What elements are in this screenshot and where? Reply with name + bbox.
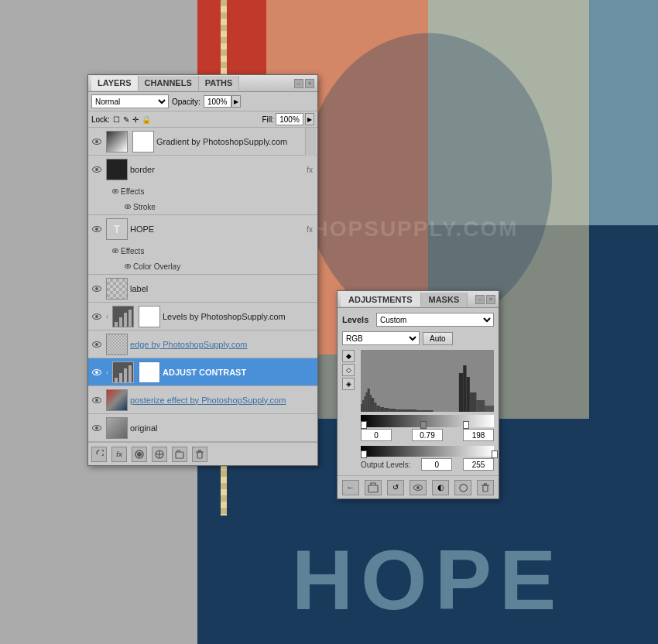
eye-stroke[interactable] bbox=[122, 200, 133, 214]
layer-row-original[interactable]: original bbox=[88, 414, 317, 442]
layer-fx-border: fx bbox=[307, 166, 313, 174]
layer-row-levels[interactable]: ↓ Levels by PhotoshopSupply.com bbox=[88, 303, 317, 331]
layer-row-gradient[interactable]: Gradient by PhotoshopSupply.com bbox=[88, 128, 317, 156]
link-layers-btn[interactable] bbox=[91, 447, 107, 462]
channel-select[interactable]: RGB Red Green Blue bbox=[342, 331, 420, 345]
svg-rect-14 bbox=[197, 452, 202, 458]
opacity-arrow-btn[interactable]: ▶ bbox=[231, 95, 241, 108]
tab-masks[interactable]: MASKS bbox=[421, 293, 468, 307]
layer-row-posterize[interactable]: posterize effect by PhotoshopSupply.com bbox=[88, 386, 317, 414]
layer-name-label: label bbox=[130, 284, 316, 293]
adj-prev-state-btn[interactable]: ◐ bbox=[432, 480, 449, 495]
svg-rect-37 bbox=[368, 485, 378, 492]
svg-rect-36 bbox=[485, 406, 494, 412]
svg-rect-35 bbox=[476, 400, 485, 412]
eye-original[interactable] bbox=[90, 421, 104, 435]
panel-title-buttons: – × bbox=[294, 79, 314, 88]
thumb-posterize bbox=[106, 389, 128, 411]
layer-row-hope[interactable]: T HOPE fx Effects Color Overlay bbox=[88, 215, 317, 275]
layer-row-edge[interactable]: edge by PhotoshopSupply.com bbox=[88, 331, 317, 358]
fx-btn[interactable]: fx bbox=[111, 447, 127, 462]
blend-mode-select[interactable]: Normal Multiply Screen bbox=[91, 94, 169, 108]
histogram-area: ◆ ◇ ◈ bbox=[342, 350, 494, 471]
adj-collapse-btn[interactable]: – bbox=[475, 295, 485, 304]
fill-arrow-btn[interactable]: ▶ bbox=[305, 113, 314, 125]
white-level-input[interactable]: 198 bbox=[463, 429, 494, 441]
layer-name-hope: HOPE bbox=[130, 224, 307, 234]
add-mask-btn[interactable] bbox=[132, 447, 147, 462]
adj-close-btn[interactable]: × bbox=[486, 295, 495, 304]
eye-gradient[interactable] bbox=[90, 135, 104, 149]
svg-point-11 bbox=[137, 452, 142, 457]
eye-posterize[interactable] bbox=[90, 393, 104, 407]
panel-tabs: LAYERS CHANNELS PATHS bbox=[91, 76, 239, 91]
svg-rect-13 bbox=[176, 452, 183, 458]
layer-row-adjust-contrast[interactable]: ↓ ADJUST CONTRAST bbox=[88, 358, 317, 386]
white-handle[interactable] bbox=[463, 421, 469, 429]
adj-delete-btn[interactable] bbox=[477, 480, 494, 495]
opacity-input[interactable] bbox=[204, 95, 231, 108]
gray-point-eyedropper[interactable]: ◇ bbox=[342, 364, 355, 376]
output-white-input[interactable]: 255 bbox=[463, 458, 494, 471]
lock-icon[interactable]: ☐ bbox=[113, 115, 120, 124]
histogram-wrapper: 0 0.79 198 Output Levels: 0 255 bbox=[361, 350, 494, 471]
adj-panel-bottom-toolbar: ← ↺ ◐ ◯ bbox=[338, 475, 499, 498]
svg-rect-38 bbox=[483, 485, 488, 492]
eye-label[interactable] bbox=[90, 282, 104, 296]
eye-adjust-contrast[interactable] bbox=[90, 365, 104, 379]
eye-effects-hope[interactable] bbox=[110, 244, 121, 258]
adj-reset-btn[interactable]: ↺ bbox=[387, 480, 404, 495]
mid-level-input[interactable]: 0.79 bbox=[412, 429, 443, 441]
layer-sub-effects-border: Effects bbox=[88, 183, 317, 199]
new-group-btn[interactable] bbox=[172, 447, 187, 462]
adj-panel-titlebar: ADJUSTMENTS MASKS – × bbox=[338, 291, 499, 308]
panel-close-btn[interactable]: × bbox=[305, 79, 314, 88]
adj-mask-btn[interactable]: ◯ bbox=[454, 480, 471, 495]
output-black-input[interactable]: 0 bbox=[421, 458, 452, 471]
tab-layers[interactable]: LAYERS bbox=[91, 76, 139, 91]
eye-border[interactable] bbox=[90, 163, 104, 176]
adj-tabs: ADJUSTMENTS MASKS bbox=[341, 293, 468, 307]
fill-label: Fill: bbox=[262, 115, 274, 124]
levels-label: Levels bbox=[342, 315, 373, 324]
black-handle[interactable] bbox=[361, 421, 367, 429]
layer-name-border: border bbox=[130, 165, 307, 174]
levels-preset-select[interactable]: Custom Default bbox=[376, 313, 494, 327]
output-black-handle[interactable] bbox=[361, 450, 367, 458]
eye-levels[interactable] bbox=[90, 310, 104, 324]
tab-adjustments[interactable]: ADJUSTMENTS bbox=[341, 293, 421, 307]
layer-row-border[interactable]: border fx Effects Stroke bbox=[88, 156, 317, 215]
svg-rect-32 bbox=[463, 365, 466, 412]
eye-edge[interactable] bbox=[90, 337, 104, 351]
tab-paths[interactable]: PATHS bbox=[199, 76, 240, 91]
output-white-handle[interactable] bbox=[492, 450, 498, 458]
layer-row-label[interactable]: label bbox=[88, 275, 317, 303]
auto-btn[interactable]: Auto bbox=[423, 332, 453, 345]
brush-icon[interactable]: ✎ bbox=[123, 115, 129, 124]
eye-hope[interactable] bbox=[90, 222, 104, 236]
eye-effects-border[interactable] bbox=[110, 184, 121, 198]
adj-visibility-btn[interactable] bbox=[410, 480, 427, 495]
fill-input[interactable] bbox=[276, 113, 303, 125]
svg-rect-30 bbox=[416, 410, 434, 412]
padlock-icon[interactable]: 🔒 bbox=[142, 115, 151, 124]
mid-handle[interactable] bbox=[420, 421, 427, 429]
black-point-eyedropper[interactable]: ◆ bbox=[342, 350, 355, 362]
black-level-input[interactable]: 0 bbox=[361, 429, 392, 441]
output-slider-bar[interactable] bbox=[361, 446, 494, 457]
layer-name-levels: Levels by PhotoshopSupply.com bbox=[163, 312, 316, 321]
input-slider-bar[interactable] bbox=[361, 415, 494, 427]
thumb-border bbox=[106, 159, 128, 180]
svg-rect-9 bbox=[129, 365, 132, 382]
move-icon[interactable]: ✛ bbox=[132, 115, 139, 124]
layer-scroll[interactable] bbox=[305, 128, 316, 156]
tab-channels[interactable]: CHANNELS bbox=[139, 76, 199, 91]
adj-image-btn[interactable] bbox=[365, 480, 382, 495]
eye-color-overlay[interactable] bbox=[122, 259, 133, 273]
adj-back-btn[interactable]: ← bbox=[342, 480, 359, 495]
panel-collapse-btn[interactable]: – bbox=[294, 79, 303, 88]
poster-bottom-bar: HOPE bbox=[197, 516, 658, 644]
white-point-eyedropper[interactable]: ◈ bbox=[342, 378, 355, 390]
adjustment-layer-btn[interactable] bbox=[152, 447, 167, 462]
delete-layer-btn[interactable] bbox=[192, 447, 207, 462]
